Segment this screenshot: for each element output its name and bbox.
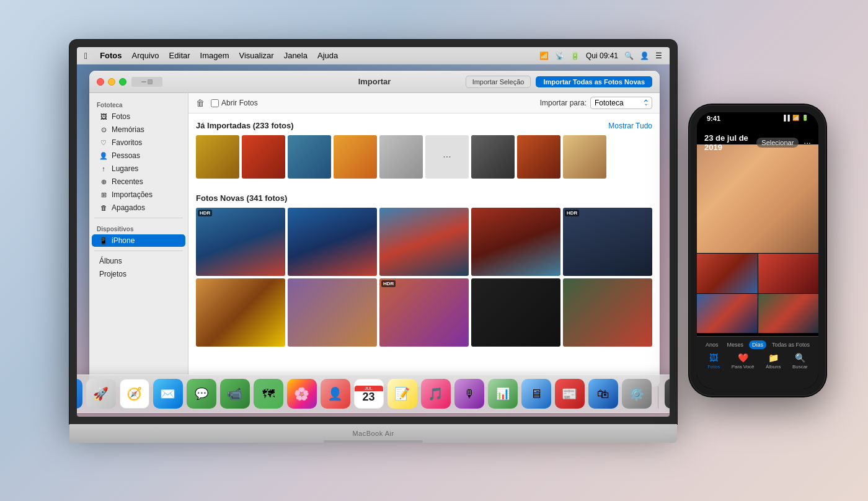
sidebar-item-projetos[interactable]: Projetos <box>92 268 185 280</box>
dock-mail[interactable]: ✉️ <box>153 379 183 409</box>
dock-podcasts[interactable]: 🎙 <box>454 379 484 409</box>
new-photos-section: Fotos Novas (341 fotos) HDR <box>188 186 660 354</box>
sidebar-item-fotos[interactable]: 🖼 Fotos <box>92 110 185 123</box>
show-all-button[interactable]: Mostrar Tudo <box>608 122 652 130</box>
iphone-grid-photo-2[interactable] <box>758 254 819 293</box>
menu-janela[interactable]: Janela <box>284 51 308 60</box>
iphone-tab-todas[interactable]: Todas as Fotos <box>769 340 813 349</box>
imported-photo-9[interactable] <box>563 135 606 179</box>
sidebar-item-apagados[interactable]: 🗑 Apagados <box>92 202 185 214</box>
already-imported-header: Já Importadas (233 fotos) Mostrar Tudo <box>196 121 652 130</box>
close-button[interactable] <box>97 78 104 86</box>
open-photos-checkbox-label[interactable]: Abrir Fotos <box>211 99 258 107</box>
dock-notes[interactable]: 📝 <box>388 379 417 409</box>
iphone-nav-tabs: 🖼 Fotos ❤️ Para Você 📁 Álbuns 🔍 <box>697 352 818 371</box>
new-photo-6[interactable] <box>196 278 285 347</box>
minimize-button[interactable] <box>108 78 115 86</box>
iphone-buscar-nav-icon: 🔍 <box>795 353 805 363</box>
iphone-hero-photo[interactable] <box>697 144 818 253</box>
iphone-tab-dias[interactable]: Dias <box>749 340 766 349</box>
import-toolbar: 🗑 Abrir Fotos Importar para: Fo <box>188 93 660 113</box>
dock-area: 🖥 🚀 🧭 ✉️ 💬 <box>77 367 670 417</box>
new-photo-8[interactable]: HDR <box>379 278 469 347</box>
dock-photos[interactable]: 🌸 <box>287 379 317 409</box>
import-to-section: Importar para: Fototeca ⌃ <box>540 97 652 109</box>
menu-editar[interactable]: Editar <box>169 51 190 60</box>
menu-arquivo[interactable]: Arquivo <box>132 51 159 60</box>
dock-finder[interactable]: 🖥 <box>77 379 82 409</box>
sidebar-item-lugares[interactable]: ↑ Lugares <box>92 162 185 175</box>
imported-photo-4[interactable] <box>334 135 377 179</box>
sidebar-item-iphone[interactable]: 📱 iPhone <box>92 234 185 247</box>
iphone-grid-photo-3[interactable] <box>697 294 758 334</box>
dock-messages[interactable]: 💬 <box>187 379 216 409</box>
menu-imagem[interactable]: Imagem <box>200 51 229 60</box>
dock-calendar[interactable]: JUL 23 <box>354 379 384 409</box>
dock-systemprefs[interactable]: ⚙️ <box>622 379 652 409</box>
dock-numbers[interactable]: 📊 <box>488 379 518 409</box>
new-photo-5[interactable]: HDR <box>563 208 652 276</box>
sidebar-item-favoritos[interactable]: ♡ Favoritos <box>92 136 185 149</box>
already-imported-title: Já Importadas (233 fotos) <box>196 121 294 130</box>
traffic-lights <box>97 78 126 86</box>
dock-safari[interactable]: 🧭 <box>120 379 149 409</box>
dock-music[interactable]: 🎵 <box>421 379 451 409</box>
airplay-icon: 📡 <box>555 51 564 60</box>
new-photo-3[interactable] <box>379 208 469 276</box>
iphone-grid-photo-1[interactable] <box>697 254 758 293</box>
dock-contacts[interactable]: 👤 <box>321 379 350 409</box>
already-imported-strip: ··· <box>196 135 652 179</box>
new-photo-1[interactable]: HDR <box>196 208 285 276</box>
dock-appstore[interactable]: 🛍 <box>588 379 618 409</box>
menubar:  Fotos Arquivo Editar Imagem Visualizar… <box>77 47 670 64</box>
iphone-select-button[interactable]: Selecionar <box>756 138 799 148</box>
iphone-time-tabs: Anos Meses Dias Todas as Fotos <box>697 337 818 352</box>
iphone-nav-buscar[interactable]: 🔍 Buscar <box>792 353 808 370</box>
import-to-select[interactable]: Fototeca <box>590 97 652 109</box>
iphone-more-icon[interactable]: ··· <box>804 138 811 148</box>
iphone-tab-anos[interactable]: Anos <box>702 340 722 349</box>
imported-photo-5[interactable] <box>379 135 423 179</box>
iphone-tab-meses[interactable]: Meses <box>724 340 746 349</box>
sidebar-item-pessoas[interactable]: 👤 Pessoas <box>92 149 185 162</box>
sidebar-item-recentes[interactable]: ⊕ Recentes <box>92 175 185 188</box>
iphone-nav-fotos[interactable]: 🖼 Fotos <box>707 353 720 370</box>
sidebar-item-memorias[interactable]: ⊙ Memórias <box>92 123 185 136</box>
dock-keynote[interactable]: 🖥 <box>521 379 551 409</box>
imported-photo-1[interactable] <box>196 135 239 179</box>
dock-news[interactable]: 📰 <box>555 379 585 409</box>
new-photo-7[interactable] <box>288 278 377 347</box>
imported-photo-3[interactable] <box>288 135 331 179</box>
menu-visualizar[interactable]: Visualizar <box>239 51 274 60</box>
dock-camera[interactable]: 📷 <box>665 379 670 409</box>
import-all-button[interactable]: Importar Todas as Fotos Novas <box>536 76 652 87</box>
new-photo-4[interactable] <box>471 208 560 276</box>
new-photo-9[interactable] <box>471 278 560 347</box>
menu-ajuda[interactable]: Ajuda <box>317 51 338 60</box>
new-photo-10[interactable] <box>563 278 652 347</box>
dock-facetime[interactable]: 📹 <box>220 379 250 409</box>
import-selection-button[interactable]: Importar Seleção <box>466 76 531 88</box>
iphone-grid-photo-4[interactable] <box>758 294 819 334</box>
dock-launchpad[interactable]: 🚀 <box>86 379 116 409</box>
window-title: Importar <box>358 77 391 86</box>
imported-more[interactable]: ··· <box>425 135 469 179</box>
imported-photo-10[interactable] <box>609 135 652 179</box>
sidebar-item-importacoes[interactable]: ⊞ Importações <box>92 188 185 201</box>
apple-logo-icon[interactable]:  <box>84 51 87 61</box>
imported-photo-7[interactable] <box>471 135 515 179</box>
dock-maps[interactable]: 🗺 <box>254 379 283 409</box>
new-photo-2[interactable] <box>288 208 377 276</box>
list-icon[interactable]: ☰ <box>655 51 662 60</box>
delete-icon[interactable]: 🗑 <box>196 98 205 108</box>
sidebar-item-albuns[interactable]: Álbuns <box>92 255 185 267</box>
open-photos-checkbox[interactable] <box>211 99 219 107</box>
imported-photo-8[interactable] <box>517 135 560 179</box>
imported-photo-2[interactable] <box>242 135 285 179</box>
iphone-nav-paravoc[interactable]: ❤️ Para Você <box>732 353 755 370</box>
search-icon[interactable]: 🔍 <box>624 51 634 60</box>
maximize-button[interactable] <box>119 78 126 86</box>
iphone-nav-albuns[interactable]: 📁 Álbuns <box>766 353 781 370</box>
import-to-select-wrapper[interactable]: Fototeca ⌃ <box>590 97 652 109</box>
user-icon[interactable]: 👤 <box>640 51 649 60</box>
